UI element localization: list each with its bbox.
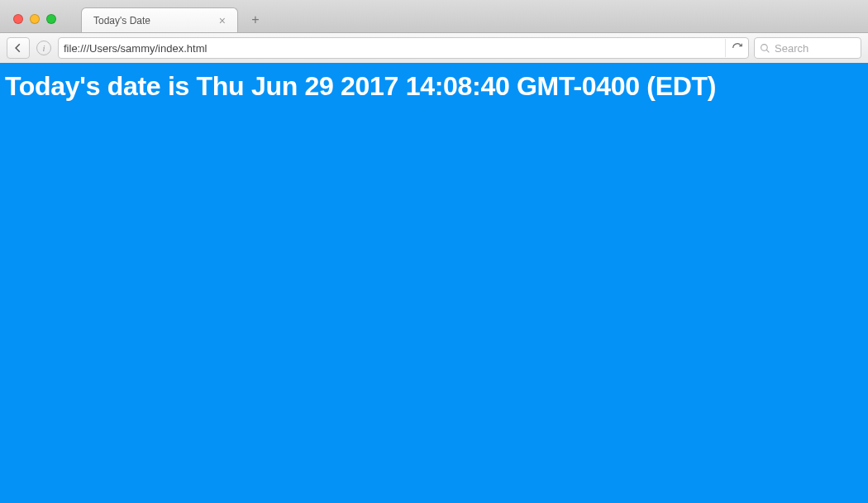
close-window-button[interactable] [13, 14, 23, 24]
window-controls [7, 14, 63, 32]
new-tab-button[interactable]: + [245, 11, 266, 29]
page-viewport: Today's date is Thu Jun 29 2017 14:08:40… [0, 63, 868, 503]
tab-bar: Today's Date × + [0, 0, 868, 33]
search-icon [760, 43, 770, 54]
back-button[interactable] [7, 37, 30, 59]
svg-point-0 [761, 44, 768, 50]
toolbar: i file:///Users/sammy/index.html Search [0, 33, 868, 63]
url-text: file:///Users/sammy/index.html [64, 42, 720, 55]
minimize-window-button[interactable] [30, 14, 40, 24]
reload-icon [732, 42, 743, 54]
browser-chrome: Today's Date × + i file:///Users/sammy/i… [0, 0, 868, 63]
svg-line-1 [766, 50, 769, 52]
browser-tab[interactable]: Today's Date × [81, 7, 238, 32]
reload-button[interactable] [725, 39, 743, 57]
page-heading: Today's date is Thu Jun 29 2017 14:08:40… [5, 71, 863, 102]
address-bar[interactable]: file:///Users/sammy/index.html [58, 37, 749, 59]
close-tab-icon[interactable]: × [216, 13, 229, 28]
site-info-icon[interactable]: i [36, 41, 51, 55]
tab-title: Today's Date [93, 15, 216, 26]
maximize-window-button[interactable] [46, 14, 56, 24]
arrow-left-icon [12, 42, 24, 54]
search-placeholder: Search [775, 42, 856, 55]
search-bar[interactable]: Search [754, 37, 861, 59]
